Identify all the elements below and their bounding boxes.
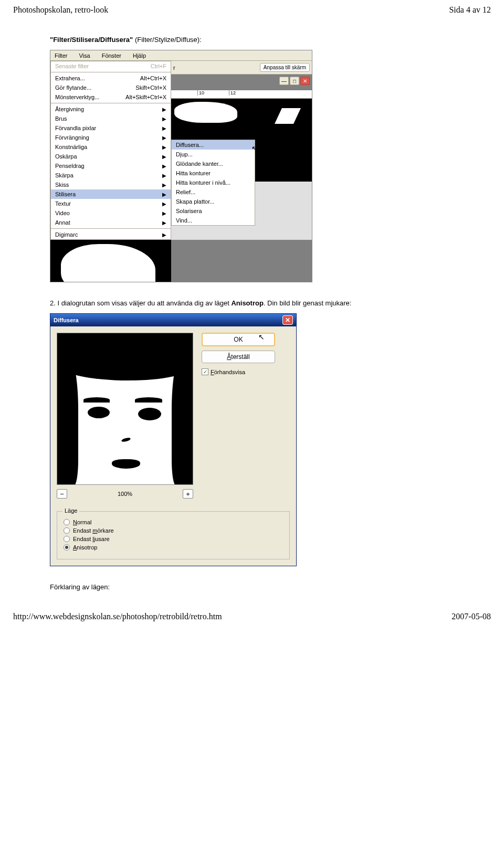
menubar: Filter Visa Fönster Hjälp — [50, 50, 312, 61]
fit-screen-button[interactable]: Anpassa till skärm — [260, 63, 310, 72]
submenu-hitta[interactable]: Hitta konturer — [172, 168, 255, 178]
radio-light[interactable]: Endast ljusare — [64, 536, 283, 542]
reset-button[interactable]: Återställ — [202, 351, 275, 363]
instruction-1-rest: (Filter/Stylize/Diffuse): — [133, 36, 202, 44]
stilisera-submenu: Diffusera... Djup... Glödande kanter... … — [171, 140, 255, 226]
footer-date: 2007-05-08 — [452, 612, 491, 621]
page-footer: http://www.webdesignskolan.se/photoshop/… — [13, 612, 491, 621]
menu-atergivning[interactable]: Återgivning▶ — [51, 104, 171, 114]
page-header: Photoshopskolan, retro-look Sida 4 av 12 — [13, 5, 491, 15]
submenu-solarisera[interactable]: Solarisera — [172, 206, 255, 216]
menu-forvandla[interactable]: Förvandla pixlar▶ — [51, 123, 171, 133]
submenu-djup[interactable]: Djup... — [172, 150, 255, 159]
minimize-icon[interactable]: — — [279, 77, 289, 85]
dialog-title: Diffusera — [54, 317, 79, 323]
cursor-icon: ↖ — [251, 144, 258, 153]
ruler: 1012 — [171, 90, 312, 99]
submenu-hitta-niva[interactable]: Hitta konturer i nivå... — [172, 178, 255, 187]
menu-pattern[interactable]: Mönsterverktyg...Alt+Skift+Ctrl+X — [51, 92, 171, 102]
radio-normal[interactable]: Normal — [64, 519, 283, 525]
zoom-level: 100% — [118, 491, 132, 497]
menu-skiss[interactable]: Skiss▶ — [51, 180, 171, 189]
preview-label: Förhandsvisa — [211, 369, 245, 375]
menu-extract[interactable]: Extrahera...Alt+Ctrl+X — [51, 73, 171, 83]
filter-menu-screenshot: Filter Visa Fönster Hjälp Senaste filter… — [50, 50, 491, 282]
dialog-close-icon[interactable]: ✕ — [282, 315, 293, 325]
menu-recent: Senaste filterCtrl+F — [51, 61, 171, 71]
menu-liquify[interactable]: Gör flytande...Skift+Ctrl+X — [51, 83, 171, 92]
menu-stilisera[interactable]: Stilisera▶ — [51, 189, 171, 199]
instruction-2-bold: Anisotrop — [231, 299, 263, 307]
maximize-icon[interactable]: □ — [290, 77, 299, 85]
diffusera-dialog-screenshot: Diffusera ✕ — [50, 313, 491, 566]
instruction-2-post: . Din bild blir genast mjukare: — [264, 299, 352, 307]
toolbar: r Anpassa till skärm — [171, 61, 312, 75]
menubar-hjalp[interactable]: Hjälp — [131, 51, 148, 60]
preview-image — [57, 333, 193, 485]
close-icon[interactable]: ✕ — [300, 77, 310, 85]
menu-video[interactable]: Video▶ — [51, 208, 171, 218]
footer-url: http://www.webdesignskolan.se/photoshop/… — [13, 612, 222, 621]
menubar-visa[interactable]: Visa — [77, 51, 92, 60]
menubar-filter[interactable]: Filter — [52, 51, 69, 60]
radio-anisotrop[interactable]: Anisotrop — [64, 544, 283, 551]
menu-annat[interactable]: Annat▶ — [51, 218, 171, 227]
header-left: Photoshopskolan, retro-look — [13, 5, 108, 15]
menu-oskarpa[interactable]: Oskärpa▶ — [51, 152, 171, 161]
menu-textur[interactable]: Textur▶ — [51, 199, 171, 208]
instruction-2-pre: 2. I dialogrutan som visas väljer du att… — [50, 299, 231, 307]
menu-brus[interactable]: Brus▶ — [51, 114, 171, 123]
header-right: Sida 4 av 12 — [449, 5, 491, 15]
menubar-fonster[interactable]: Fönster — [100, 51, 123, 60]
menu-penseldrag[interactable]: Penseldrag▶ — [51, 161, 171, 171]
submenu-plattor[interactable]: Skapa plattor... — [172, 197, 255, 206]
submenu-vind[interactable]: Vind... — [172, 216, 255, 225]
filter-menu: Senaste filterCtrl+F Extrahera...Alt+Ctr… — [50, 61, 171, 240]
label-forklaring: Förklaring av lägen: — [50, 583, 491, 591]
instruction-1: "Filter/Stilisera/Diffusera" (Filter/Sty… — [50, 36, 491, 44]
menu-skarpa[interactable]: Skärpa▶ — [51, 171, 171, 180]
menu-konstnarliga[interactable]: Konstnärliga▶ — [51, 142, 171, 152]
mode-group-label: Läge — [62, 507, 79, 514]
submenu-relief[interactable]: Relief... — [172, 187, 255, 197]
instruction-1-bold: "Filter/Stilisera/Diffusera" — [50, 36, 133, 44]
submenu-glodande[interactable]: Glödande kanter... — [172, 159, 255, 168]
mode-group: Läge Normal Endast mörkare Endast ljusar… — [57, 511, 290, 559]
instruction-2: 2. I dialogrutan som visas väljer du att… — [50, 299, 491, 307]
dialog-titlebar: Diffusera ✕ — [50, 314, 296, 326]
preview-checkbox[interactable]: ✓ — [202, 368, 208, 375]
cursor-icon: ↖ — [258, 333, 265, 341]
submenu-diffusera[interactable]: Diffusera... — [172, 140, 255, 150]
menu-forvrangning[interactable]: Förvrängning▶ — [51, 133, 171, 142]
menu-digimarc[interactable]: Digimarc▶ — [51, 230, 171, 239]
zoom-out-button[interactable]: − — [57, 489, 67, 499]
zoom-in-button[interactable]: + — [183, 489, 193, 499]
radio-dark[interactable]: Endast mörkare — [64, 527, 283, 534]
